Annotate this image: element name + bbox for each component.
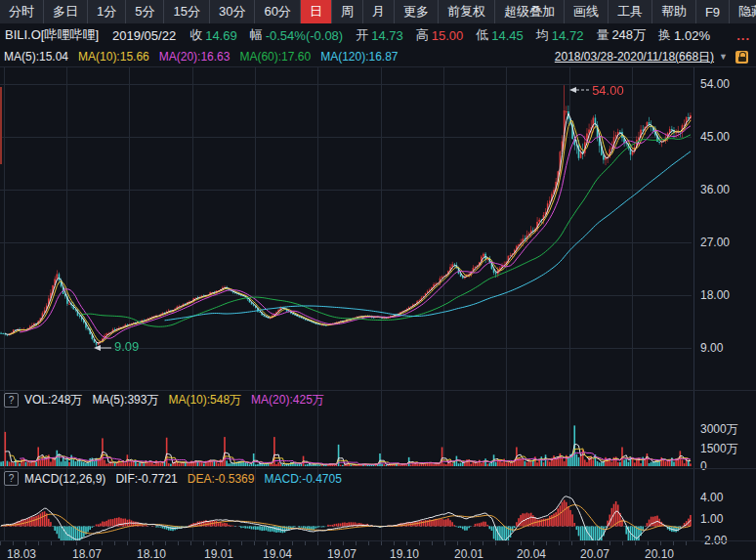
low-annotation-arrow [93, 343, 112, 353]
toolbar-item-timeshare[interactable]: 分时 [0, 0, 44, 23]
pane-separator [0, 390, 756, 391]
high-annotation-arrow [568, 85, 590, 95]
quote-label-close: 收 [189, 26, 202, 44]
quote-fields: 收14.69幅-0.54%(-0.08)开14.73高15.00低14.45均1… [189, 26, 723, 44]
time-axis-label: 19.10 [390, 547, 419, 560]
quote-field-change: 幅-0.54%(-0.08) [250, 26, 343, 44]
macd-axis-label: 4.00 [700, 491, 723, 504]
quote-label-open: 开 [356, 26, 368, 44]
toolbar-item-help[interactable]: 帮助 [652, 0, 696, 23]
pane-separator [0, 540, 756, 541]
high-price-annotation: 54.00 [592, 83, 624, 98]
macd-axis-label: 1.00 [700, 512, 723, 526]
toolbar-item-multi-day[interactable]: 多日 [44, 0, 88, 23]
toolbar: 分时多日1分5分15分30分60分日周月更多前复权超级叠加画线工具帮助F9隐藏 [0, 0, 756, 23]
pane-separator [0, 468, 756, 469]
time-axis-label: 18.03 [7, 547, 36, 560]
volume-axis-label: 1500万 [700, 441, 738, 457]
quote-label-high: 高 [416, 26, 429, 44]
ma-value-1: MA(10):15.66 [78, 50, 149, 64]
price-axis-label: 45.00 [700, 130, 730, 144]
toolbar-item-more[interactable]: 更多 [395, 0, 439, 23]
quote-value-average: 14.72 [552, 28, 584, 43]
toolbar-item-60min[interactable]: 60分 [255, 0, 300, 23]
quote-label-change: 幅 [250, 26, 263, 44]
toolbar-item-draw-line[interactable]: 画线 [565, 0, 609, 23]
chevron-down-icon[interactable]: ▼ [719, 52, 728, 62]
toolbar-item-super-overlay[interactable]: 超级叠加 [495, 0, 565, 23]
ma-value-3: MA(60):17.60 [239, 50, 311, 64]
quote-field-average: 均14.72 [536, 26, 584, 44]
macd-header-item-0: MACD(12,26,9) [24, 472, 105, 486]
quote-label-turnover: 换 [658, 26, 671, 44]
time-axis-label: 20.01 [454, 547, 483, 560]
vol-header-item-0: VOL:248万 [24, 392, 82, 409]
volume-axis-label: 0 [700, 459, 707, 473]
macd-chart-canvas[interactable] [0, 488, 693, 540]
time-axis-label: 20.07 [580, 547, 609, 560]
toolbar-item-5min[interactable]: 5分 [126, 0, 164, 23]
time-axis-label: 18.10 [137, 547, 166, 560]
toolbar-item-1min[interactable]: 1分 [88, 0, 126, 23]
quote-field-high: 高15.00 [416, 26, 464, 44]
time-axis: 18.0318.0718.1019.0119.0419.0719.1020.01… [0, 541, 756, 560]
quote-value-turnover: 1.02% [674, 28, 710, 43]
price-axis-label: 27.00 [700, 236, 730, 249]
time-axis-label: 19.04 [263, 547, 292, 560]
lock-icon[interactable] [735, 51, 748, 64]
more-indicator-icon[interactable]: ... [736, 28, 756, 43]
ma-value-0: MA(5):15.04 [4, 50, 68, 64]
left-edge-marker [0, 87, 2, 164]
macd-values: MACD(12,26,9)DIF:-0.7721DEA:-0.5369MACD:… [24, 472, 352, 486]
price-axis-label: 9.00 [700, 341, 723, 355]
quote-field-turnover: 换1.02% [658, 26, 710, 44]
macd-header-item-2: DEA:-0.5369 [188, 472, 255, 486]
volume-axis-label: 3000万 [700, 421, 738, 438]
date-range-group: 2018/03/28-2020/11/18(668日) ▼ [555, 49, 756, 65]
quote-value-open: 14.73 [371, 28, 403, 43]
volume-values: VOL:248万MA(5):393万MA(10):548万MA(20):425万 [24, 392, 334, 409]
ma-value-2: MA(20):16.63 [159, 50, 231, 64]
quote-value-change: -0.54%(-0.08) [266, 28, 343, 43]
time-axis-label: 20.04 [517, 547, 546, 560]
quote-date: 2019/05/22 [112, 28, 176, 43]
ma-indicator-bar: MA(5):15.04MA(10):15.66MA(20):16.63MA(60… [0, 47, 756, 66]
toolbar-item-hide[interactable]: 隐藏 [730, 0, 756, 23]
quote-label-average: 均 [536, 26, 549, 44]
time-tick-marks [0, 541, 693, 545]
time-axis-label: 20.10 [645, 547, 674, 560]
help-icon[interactable]: ? [4, 393, 19, 408]
toolbar-item-tools[interactable]: 工具 [609, 0, 652, 23]
toolbar-item-daily[interactable]: 日 [301, 0, 332, 23]
volume-chart-canvas[interactable] [0, 409, 693, 468]
toolbar-item-30min[interactable]: 30分 [210, 0, 255, 23]
time-axis-label: 18.07 [72, 547, 102, 560]
quote-field-volume: 量248万 [596, 26, 646, 44]
low-price-annotation: 9.09 [114, 339, 139, 354]
toolbar-item-f9[interactable]: F9 [696, 0, 730, 23]
macd-pane-header: ? MACD(12,26,9)DIF:-0.7721DEA:-0.5369MAC… [0, 469, 692, 488]
help-icon[interactable]: ? [4, 471, 19, 486]
vol-header-item-1: MA(5):393万 [92, 392, 158, 409]
chart-panes: 54.00 9.09 ? VOL:248万MA(5):393万MA(10):54… [0, 66, 756, 560]
time-axis-label: 19.07 [327, 547, 357, 560]
price-axis-label: 54.00 [700, 77, 730, 91]
toolbar-item-15min[interactable]: 15分 [164, 0, 209, 23]
time-axis-label: 19.01 [204, 547, 233, 560]
volume-pane-header: ? VOL:248万MA(5):393万MA(10):548万MA(20):42… [0, 391, 692, 409]
main-chart-canvas[interactable] [0, 67, 693, 390]
quote-label-volume: 量 [596, 26, 609, 44]
stock-chart-window: 分时多日1分5分15分30分60分日周月更多前复权超级叠加画线工具帮助F9隐藏 … [0, 0, 756, 560]
toolbar-item-weekly[interactable]: 周 [332, 0, 363, 23]
ma-value-4: MA(120):16.87 [320, 50, 398, 64]
toolbar-item-monthly[interactable]: 月 [363, 0, 395, 23]
quote-value-volume: 248万 [611, 26, 646, 44]
price-axis-label: 36.00 [700, 183, 730, 196]
toolbar-item-forward-adjusted[interactable]: 前复权 [439, 0, 495, 23]
stock-symbol: BILI.O[哔哩哔哩] [5, 26, 99, 44]
quote-value-low: 14.45 [491, 28, 524, 43]
quote-field-low: 低14.45 [476, 26, 524, 44]
vol-header-item-3: MA(20):425万 [251, 392, 324, 409]
vol-header-item-2: MA(10):548万 [168, 392, 241, 409]
date-range-selector[interactable]: 2018/03/28-2020/11/18(668日) [555, 49, 714, 65]
